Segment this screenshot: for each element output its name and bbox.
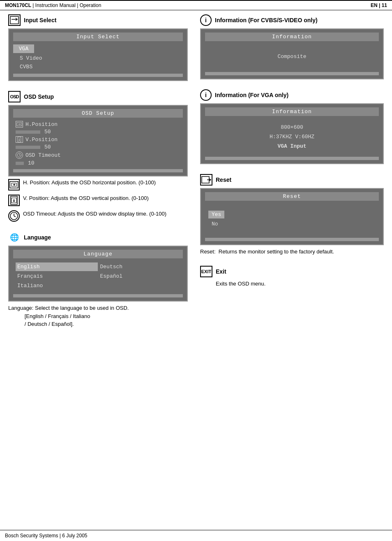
info-vga-freq: H:37KHZ V:60HZ <box>205 132 379 142</box>
info-vga-resolution: 800×600 <box>205 123 379 132</box>
v-position-row: V.Position <box>13 135 183 144</box>
h-position-label: H.Position <box>25 121 62 128</box>
exit-title: Exit <box>216 268 226 275</box>
info-cvbs-icon: i <box>200 14 212 26</box>
h-pos-feature-icon <box>8 179 20 190</box>
reset-note-text: Returns the monitor setting to the facto… <box>219 248 334 255</box>
osd-timeout-feature-icon <box>8 210 20 222</box>
reset-yes: Yes <box>208 211 224 218</box>
h-position-bar-row: 50 <box>13 128 183 135</box>
language-section: 🌐 Language Language English Deutsch Fran… <box>8 232 188 328</box>
info-vga-input: VGA Input <box>205 142 379 151</box>
info-vga-screen: Information 800×600 H:37KHZ V:60HZ VGA I… <box>200 103 384 164</box>
right-column: i Information (For CVBS/S-VIDEO only) In… <box>196 14 384 338</box>
osd-setup-screen: OSD Setup H.Position 50 V. <box>8 105 188 176</box>
lang-italiano: Italiano <box>16 281 98 290</box>
h-pos-icon-small <box>16 121 23 128</box>
header-page: EN | 11 <box>371 2 387 8</box>
input-select-title: Input Select <box>24 17 56 23</box>
info-vga-section: i Information (For VGA only) Information… <box>200 89 384 164</box>
info-cvbs-section: i Information (For CVBS/S-VIDEO only) In… <box>200 14 384 79</box>
v-position-desc: V. Position: Adjusts the OSD vertical po… <box>23 195 149 202</box>
reset-title: Reset <box>216 176 231 183</box>
v-position-label: V.Position <box>25 137 62 143</box>
osd-setup-bottom-bar <box>13 169 183 172</box>
h-position-feature: H. Position: Adjusts the OSD horizontal … <box>8 179 188 190</box>
osd-setup-screen-title: OSD Setup <box>13 109 183 118</box>
h-position-row: H.Position <box>13 120 183 128</box>
reset-note-label: Reset: <box>200 248 216 255</box>
input-select-vga: VGA <box>13 44 34 53</box>
language-icon: 🌐 <box>8 232 21 243</box>
osd-timeout-value: 10 <box>28 160 35 166</box>
reset-icon <box>200 174 212 186</box>
v-pos-icon-small <box>16 136 23 143</box>
language-screen: Language English Deutsch Français Españo… <box>8 246 188 302</box>
osd-timeout-bar <box>16 162 24 165</box>
header-bar: MON170CL | Instruction Manual | Operatio… <box>0 0 392 10</box>
exit-desc: Exits the OSD menu. <box>200 280 384 288</box>
osd-timeout-label: OSD Timeout <box>25 152 62 158</box>
v-position-bar <box>16 146 40 149</box>
reset-section: Reset Reset Yes No Reset: Returns the mo… <box>200 174 384 256</box>
reset-screen: Reset Yes No <box>200 188 384 245</box>
reset-screen-title: Reset <box>205 192 379 201</box>
info-cvbs-bottom-bar <box>205 72 379 75</box>
main-content: Input Select Input Select VGA S Video CV… <box>0 14 392 338</box>
header-section: Operation <box>80 2 101 8</box>
osd-setup-icon: OSD <box>8 91 21 102</box>
timeout-icon-small <box>16 151 23 159</box>
reset-bottom-bar <box>205 238 379 241</box>
info-vga-title: Information (For VGA only) <box>215 92 288 98</box>
info-vga-bottom-bar <box>205 157 379 160</box>
input-select-bottom-bar <box>13 74 183 77</box>
footer-text: Bosch Security Systems | 6 July 2005 <box>5 533 88 539</box>
info-vga-spacer2 <box>205 151 379 154</box>
language-bottom-bar <box>13 294 183 297</box>
osd-setup-title: OSD Setup <box>24 93 54 100</box>
info-cvbs-title: Information (For CVBS/S-VIDEO only) <box>215 17 318 23</box>
info-cvbs-spacer2 <box>205 61 379 70</box>
svg-rect-0 <box>10 16 18 24</box>
lang-english: English <box>16 262 98 271</box>
language-grid: English Deutsch Français Español Italian… <box>13 261 183 292</box>
h-position-bar <box>16 130 40 134</box>
footer: Bosch Security Systems | 6 July 2005 <box>0 530 392 541</box>
v-pos-feature-icon <box>8 195 20 206</box>
exit-section: EXIT Exit Exits the OSD menu. <box>200 266 384 288</box>
v-position-value: 50 <box>44 144 51 150</box>
h-position-value: 50 <box>44 129 51 135</box>
osd-timeout-row: OSD Timeout <box>13 151 183 160</box>
info-cvbs-content: Composite <box>205 52 379 61</box>
lang-espanol: Español <box>99 272 181 281</box>
svg-line-17 <box>14 216 16 217</box>
reset-header: Reset <box>200 174 384 186</box>
input-select-svideo: S Video <box>13 54 183 63</box>
header-manual: Instruction Manual <box>35 2 76 8</box>
reset-spacer <box>205 203 379 210</box>
info-vga-icon: i <box>200 89 212 101</box>
v-position-feature: V. Position: Adjusts the OSD vertical po… <box>8 195 188 206</box>
reset-spacer2 <box>205 229 379 235</box>
input-select-icon <box>8 14 21 26</box>
osd-setup-section: OSD OSD Setup OSD Setup H.Position 50 <box>8 91 188 222</box>
exit-header: EXIT Exit <box>200 266 384 277</box>
input-select-screen-title: Input Select <box>13 33 183 41</box>
exit-icon: EXIT <box>200 266 212 277</box>
info-cvbs-header: i Information (For CVBS/S-VIDEO only) <box>200 14 384 26</box>
input-select-cvbs: CVBS <box>13 63 183 71</box>
input-select-screen: Input Select VGA S Video CVBS <box>8 28 188 81</box>
info-cvbs-spacer <box>205 44 379 52</box>
v-position-bar-row: 50 <box>13 144 183 151</box>
info-vga-spacer <box>205 118 379 123</box>
input-select-header: Input Select <box>8 14 188 26</box>
language-header: 🌐 Language <box>8 232 188 243</box>
lang-deutsch: Deutsch <box>99 262 181 271</box>
reset-no: No <box>208 220 221 228</box>
header-left: MON170CL | Instruction Manual | Operatio… <box>5 2 101 8</box>
reset-note: Reset: Returns the monitor setting to th… <box>200 248 384 256</box>
left-column: Input Select Input Select VGA S Video CV… <box>8 14 196 338</box>
input-select-vga-row: VGA <box>13 44 183 54</box>
reset-no-row: No <box>205 219 379 229</box>
language-title: Language <box>24 234 51 241</box>
